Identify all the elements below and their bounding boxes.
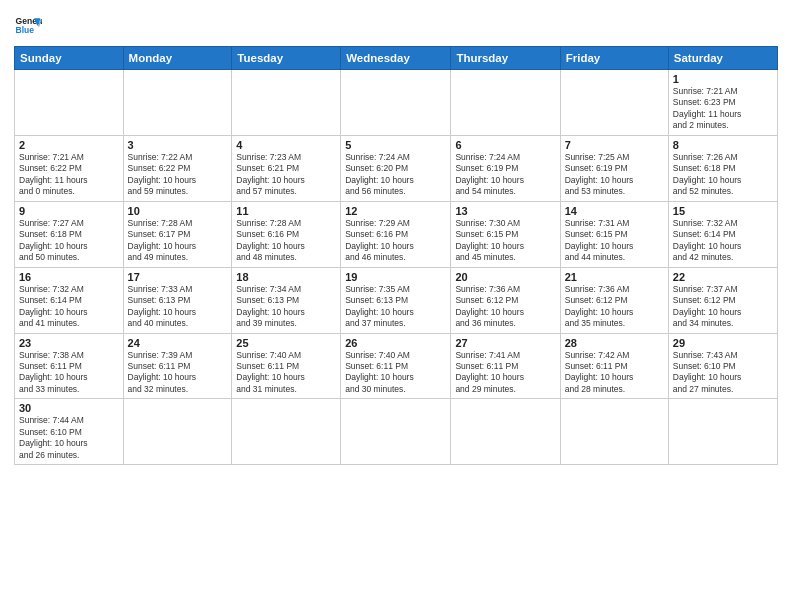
- day-cell: 22Sunrise: 7:37 AM Sunset: 6:12 PM Dayli…: [668, 267, 777, 333]
- day-number: 29: [673, 337, 773, 349]
- day-info: Sunrise: 7:23 AM Sunset: 6:21 PM Dayligh…: [236, 152, 336, 198]
- day-number: 26: [345, 337, 446, 349]
- calendar-header: SundayMondayTuesdayWednesdayThursdayFrid…: [15, 47, 778, 70]
- col-header-tuesday: Tuesday: [232, 47, 341, 70]
- day-number: 11: [236, 205, 336, 217]
- day-cell: 5Sunrise: 7:24 AM Sunset: 6:20 PM Daylig…: [341, 135, 451, 201]
- day-number: 22: [673, 271, 773, 283]
- logo-icon: General Blue: [14, 12, 42, 40]
- day-cell: 11Sunrise: 7:28 AM Sunset: 6:16 PM Dayli…: [232, 201, 341, 267]
- day-number: 3: [128, 139, 228, 151]
- logo: General Blue: [14, 12, 42, 40]
- header: General Blue: [14, 12, 778, 40]
- day-cell: 30Sunrise: 7:44 AM Sunset: 6:10 PM Dayli…: [15, 399, 124, 465]
- day-cell: 20Sunrise: 7:36 AM Sunset: 6:12 PM Dayli…: [451, 267, 560, 333]
- day-cell: 1Sunrise: 7:21 AM Sunset: 6:23 PM Daylig…: [668, 70, 777, 136]
- day-cell: 10Sunrise: 7:28 AM Sunset: 6:17 PM Dayli…: [123, 201, 232, 267]
- day-number: 30: [19, 402, 119, 414]
- day-cell: [123, 70, 232, 136]
- col-header-saturday: Saturday: [668, 47, 777, 70]
- day-number: 24: [128, 337, 228, 349]
- day-info: Sunrise: 7:21 AM Sunset: 6:23 PM Dayligh…: [673, 86, 773, 132]
- day-cell: 7Sunrise: 7:25 AM Sunset: 6:19 PM Daylig…: [560, 135, 668, 201]
- day-number: 18: [236, 271, 336, 283]
- day-number: 17: [128, 271, 228, 283]
- day-cell: [451, 399, 560, 465]
- day-info: Sunrise: 7:31 AM Sunset: 6:15 PM Dayligh…: [565, 218, 664, 264]
- day-info: Sunrise: 7:36 AM Sunset: 6:12 PM Dayligh…: [455, 284, 555, 330]
- day-cell: [560, 399, 668, 465]
- day-cell: 26Sunrise: 7:40 AM Sunset: 6:11 PM Dayli…: [341, 333, 451, 399]
- day-info: Sunrise: 7:42 AM Sunset: 6:11 PM Dayligh…: [565, 350, 664, 396]
- day-cell: 24Sunrise: 7:39 AM Sunset: 6:11 PM Dayli…: [123, 333, 232, 399]
- day-info: Sunrise: 7:32 AM Sunset: 6:14 PM Dayligh…: [19, 284, 119, 330]
- day-number: 14: [565, 205, 664, 217]
- day-cell: [560, 70, 668, 136]
- day-cell: 17Sunrise: 7:33 AM Sunset: 6:13 PM Dayli…: [123, 267, 232, 333]
- week-row-3: 16Sunrise: 7:32 AM Sunset: 6:14 PM Dayli…: [15, 267, 778, 333]
- day-number: 23: [19, 337, 119, 349]
- day-info: Sunrise: 7:40 AM Sunset: 6:11 PM Dayligh…: [345, 350, 446, 396]
- week-row-4: 23Sunrise: 7:38 AM Sunset: 6:11 PM Dayli…: [15, 333, 778, 399]
- day-cell: [15, 70, 124, 136]
- day-number: 19: [345, 271, 446, 283]
- day-info: Sunrise: 7:36 AM Sunset: 6:12 PM Dayligh…: [565, 284, 664, 330]
- day-cell: 13Sunrise: 7:30 AM Sunset: 6:15 PM Dayli…: [451, 201, 560, 267]
- day-cell: [341, 399, 451, 465]
- day-info: Sunrise: 7:29 AM Sunset: 6:16 PM Dayligh…: [345, 218, 446, 264]
- day-info: Sunrise: 7:28 AM Sunset: 6:16 PM Dayligh…: [236, 218, 336, 264]
- day-info: Sunrise: 7:25 AM Sunset: 6:19 PM Dayligh…: [565, 152, 664, 198]
- calendar: SundayMondayTuesdayWednesdayThursdayFrid…: [14, 46, 778, 465]
- day-info: Sunrise: 7:26 AM Sunset: 6:18 PM Dayligh…: [673, 152, 773, 198]
- day-info: Sunrise: 7:41 AM Sunset: 6:11 PM Dayligh…: [455, 350, 555, 396]
- day-number: 20: [455, 271, 555, 283]
- header-row: SundayMondayTuesdayWednesdayThursdayFrid…: [15, 47, 778, 70]
- day-cell: 9Sunrise: 7:27 AM Sunset: 6:18 PM Daylig…: [15, 201, 124, 267]
- week-row-2: 9Sunrise: 7:27 AM Sunset: 6:18 PM Daylig…: [15, 201, 778, 267]
- day-info: Sunrise: 7:32 AM Sunset: 6:14 PM Dayligh…: [673, 218, 773, 264]
- day-cell: [341, 70, 451, 136]
- day-cell: 28Sunrise: 7:42 AM Sunset: 6:11 PM Dayli…: [560, 333, 668, 399]
- col-header-sunday: Sunday: [15, 47, 124, 70]
- day-number: 15: [673, 205, 773, 217]
- day-info: Sunrise: 7:21 AM Sunset: 6:22 PM Dayligh…: [19, 152, 119, 198]
- week-row-5: 30Sunrise: 7:44 AM Sunset: 6:10 PM Dayli…: [15, 399, 778, 465]
- day-cell: 16Sunrise: 7:32 AM Sunset: 6:14 PM Dayli…: [15, 267, 124, 333]
- day-number: 8: [673, 139, 773, 151]
- day-info: Sunrise: 7:40 AM Sunset: 6:11 PM Dayligh…: [236, 350, 336, 396]
- day-info: Sunrise: 7:44 AM Sunset: 6:10 PM Dayligh…: [19, 415, 119, 461]
- page: General Blue SundayMondayTuesdayWednesda…: [0, 0, 792, 612]
- day-cell: 6Sunrise: 7:24 AM Sunset: 6:19 PM Daylig…: [451, 135, 560, 201]
- day-info: Sunrise: 7:37 AM Sunset: 6:12 PM Dayligh…: [673, 284, 773, 330]
- day-cell: [123, 399, 232, 465]
- col-header-friday: Friday: [560, 47, 668, 70]
- day-number: 9: [19, 205, 119, 217]
- day-number: 5: [345, 139, 446, 151]
- day-number: 27: [455, 337, 555, 349]
- day-info: Sunrise: 7:34 AM Sunset: 6:13 PM Dayligh…: [236, 284, 336, 330]
- day-cell: 2Sunrise: 7:21 AM Sunset: 6:22 PM Daylig…: [15, 135, 124, 201]
- day-number: 7: [565, 139, 664, 151]
- day-number: 4: [236, 139, 336, 151]
- day-info: Sunrise: 7:35 AM Sunset: 6:13 PM Dayligh…: [345, 284, 446, 330]
- day-number: 21: [565, 271, 664, 283]
- day-cell: [232, 70, 341, 136]
- day-cell: 15Sunrise: 7:32 AM Sunset: 6:14 PM Dayli…: [668, 201, 777, 267]
- col-header-monday: Monday: [123, 47, 232, 70]
- day-number: 1: [673, 73, 773, 85]
- day-cell: 4Sunrise: 7:23 AM Sunset: 6:21 PM Daylig…: [232, 135, 341, 201]
- day-info: Sunrise: 7:30 AM Sunset: 6:15 PM Dayligh…: [455, 218, 555, 264]
- day-number: 25: [236, 337, 336, 349]
- day-cell: 8Sunrise: 7:26 AM Sunset: 6:18 PM Daylig…: [668, 135, 777, 201]
- day-cell: 23Sunrise: 7:38 AM Sunset: 6:11 PM Dayli…: [15, 333, 124, 399]
- day-number: 10: [128, 205, 228, 217]
- day-cell: 27Sunrise: 7:41 AM Sunset: 6:11 PM Dayli…: [451, 333, 560, 399]
- calendar-body: 1Sunrise: 7:21 AM Sunset: 6:23 PM Daylig…: [15, 70, 778, 465]
- day-cell: 12Sunrise: 7:29 AM Sunset: 6:16 PM Dayli…: [341, 201, 451, 267]
- week-row-1: 2Sunrise: 7:21 AM Sunset: 6:22 PM Daylig…: [15, 135, 778, 201]
- day-info: Sunrise: 7:43 AM Sunset: 6:10 PM Dayligh…: [673, 350, 773, 396]
- day-cell: 21Sunrise: 7:36 AM Sunset: 6:12 PM Dayli…: [560, 267, 668, 333]
- day-info: Sunrise: 7:38 AM Sunset: 6:11 PM Dayligh…: [19, 350, 119, 396]
- week-row-0: 1Sunrise: 7:21 AM Sunset: 6:23 PM Daylig…: [15, 70, 778, 136]
- day-cell: 14Sunrise: 7:31 AM Sunset: 6:15 PM Dayli…: [560, 201, 668, 267]
